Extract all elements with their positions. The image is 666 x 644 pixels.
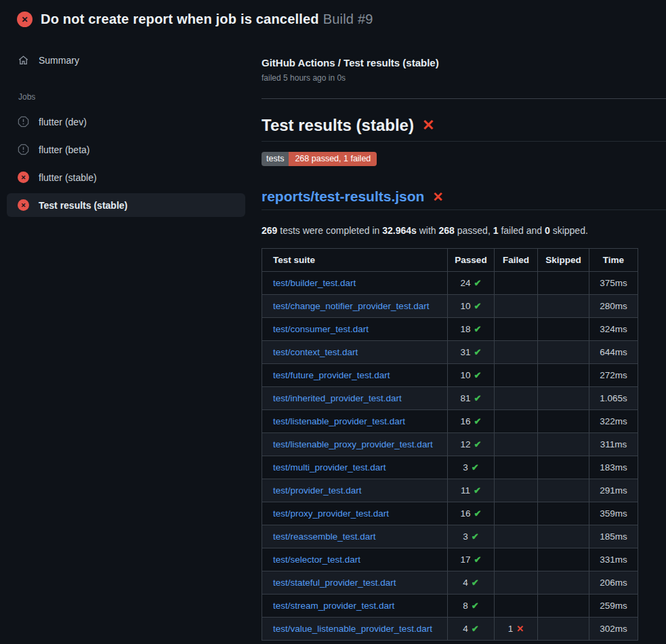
suite-link[interactable]: test/value_listenable_provider_test.dart xyxy=(273,624,432,634)
failed-cell xyxy=(495,456,538,479)
time-cell: 280ms xyxy=(589,295,638,318)
time-cell: 183ms xyxy=(589,456,638,479)
time-cell: 644ms xyxy=(589,341,638,364)
skipped-cell xyxy=(538,295,589,318)
table-row: test/listenable_proxy_provider_test.dart… xyxy=(262,433,638,456)
sidebar: Summary Jobs flutter (dev)flutter (beta)… xyxy=(0,37,262,221)
skipped-cell xyxy=(538,595,589,618)
failed-cell xyxy=(495,548,538,571)
skipped-cell xyxy=(538,364,589,387)
failed-cell xyxy=(495,387,538,410)
failed-cell xyxy=(495,525,538,548)
sidebar-item-summary[interactable]: Summary xyxy=(7,49,245,72)
check-title: GitHub Actions / Test results (stable) xyxy=(262,57,666,68)
page-title: Do not create report when job is cancell… xyxy=(41,12,373,27)
check-icon: ✔ xyxy=(474,278,482,288)
failed-cell xyxy=(495,410,538,433)
check-run-header: ✕ Do not create report when job is cance… xyxy=(0,0,666,37)
suite-link[interactable]: test/builder_test.dart xyxy=(273,278,356,288)
suite-link[interactable]: test/change_notifier_provider_test.dart xyxy=(273,301,429,311)
table-row: test/listenable_provider_test.dart16✔322… xyxy=(262,410,638,433)
neutral-status-icon xyxy=(18,144,29,155)
table-row: test/change_notifier_provider_test.dart1… xyxy=(262,295,638,318)
skipped-cell xyxy=(538,387,589,410)
suite-link[interactable]: test/inherited_provider_test.dart xyxy=(273,393,402,403)
report-title-link[interactable]: reports/test-results.json xyxy=(262,188,424,205)
time-cell: 206ms xyxy=(589,571,638,595)
check-icon: ✔ xyxy=(474,416,482,426)
failed-status-icon: ✕ xyxy=(18,172,29,183)
summary-segment: skipped. xyxy=(550,225,588,236)
failed-status-icon: ✕ xyxy=(17,12,33,27)
failed-cell xyxy=(495,571,538,595)
suite-link[interactable]: test/stateful_provider_test.dart xyxy=(273,578,396,588)
summary-segment: 269 xyxy=(262,225,277,236)
time-cell: 272ms xyxy=(589,364,638,387)
table-row: test/proxy_provider_test.dart16✔359ms xyxy=(262,502,638,525)
suite-link[interactable]: test/listenable_provider_test.dart xyxy=(273,416,405,426)
check-icon: ✔ xyxy=(474,485,481,496)
sidebar-item-label: flutter (beta) xyxy=(39,144,89,155)
skipped-cell xyxy=(538,548,589,571)
check-icon: ✔ xyxy=(472,578,479,588)
check-status-text: failed 5 hours ago in 0s xyxy=(262,73,666,83)
passed-cell: 4✔ xyxy=(448,618,495,641)
suite-link[interactable]: test/consumer_test.dart xyxy=(273,324,369,334)
skipped-cell xyxy=(538,618,589,641)
summary-segment: 0 xyxy=(545,225,550,236)
suite-link[interactable]: test/future_provider_test.dart xyxy=(273,370,390,380)
time-cell: 311ms xyxy=(589,433,638,456)
table-row: test/multi_provider_test.dart3✔183ms xyxy=(262,456,638,479)
summary-segment: failed and xyxy=(499,225,545,236)
check-icon: ✔ xyxy=(472,624,479,634)
time-cell: 291ms xyxy=(589,479,638,502)
passed-cell: 24✔ xyxy=(448,272,495,295)
column-header-passed: Passed xyxy=(448,249,495,272)
failed-cell xyxy=(495,595,538,618)
failed-cell xyxy=(495,479,538,502)
table-row: test/consumer_test.dart18✔324ms xyxy=(262,318,638,341)
suite-link[interactable]: test/provider_test.dart xyxy=(273,485,362,496)
passed-cell: 3✔ xyxy=(448,456,495,479)
suite-link[interactable]: test/reassemble_test.dart xyxy=(273,531,376,542)
check-content: GitHub Actions / Test results (stable) f… xyxy=(262,37,666,641)
sidebar-item-job[interactable]: flutter (beta) xyxy=(7,138,245,161)
suite-link[interactable]: test/listenable_proxy_provider_test.dart xyxy=(273,439,433,449)
summary-segment: tests were completed in xyxy=(277,225,382,236)
summary-segment: 32.964s xyxy=(382,225,417,236)
sidebar-item-job[interactable]: ✕flutter (stable) xyxy=(7,165,245,189)
table-row: test/value_listenable_provider_test.dart… xyxy=(262,618,638,641)
sidebar-item-job[interactable]: ✕Test results (stable) xyxy=(7,193,245,217)
suite-link[interactable]: test/multi_provider_test.dart xyxy=(273,462,386,472)
check-icon: ✔ xyxy=(474,324,482,334)
check-icon: ✔ xyxy=(474,393,482,403)
passed-cell: 3✔ xyxy=(448,525,495,548)
check-icon: ✔ xyxy=(474,439,482,449)
skipped-cell xyxy=(538,341,589,364)
skipped-cell xyxy=(538,571,589,595)
check-head: GitHub Actions / Test results (stable) f… xyxy=(262,57,666,99)
build-number: Build #9 xyxy=(323,12,373,26)
summary-segment: 268 xyxy=(439,225,455,236)
suite-link[interactable]: test/selector_test.dart xyxy=(273,555,360,565)
tests-badge: tests 268 passed, 1 failed xyxy=(262,152,377,166)
passed-cell: 8✔ xyxy=(448,595,495,618)
suite-link[interactable]: test/proxy_provider_test.dart xyxy=(273,508,389,519)
time-cell: 259ms xyxy=(589,595,638,618)
suite-link[interactable]: test/stream_provider_test.dart xyxy=(273,601,394,611)
badge-value: 268 passed, 1 failed xyxy=(289,152,377,166)
check-run-name: Do not create report when job is cancell… xyxy=(41,12,319,26)
suite-link[interactable]: test/context_test.dart xyxy=(273,347,358,357)
sidebar-item-label: Summary xyxy=(39,55,79,66)
sidebar-item-job[interactable]: flutter (dev) xyxy=(7,110,245,134)
check-icon: ✔ xyxy=(472,601,479,611)
failed-x-icon: ✕ xyxy=(432,189,443,205)
failed-cell xyxy=(495,433,538,456)
failed-cell xyxy=(495,272,538,295)
skipped-cell xyxy=(538,433,589,456)
sidebar-item-label: flutter (stable) xyxy=(39,172,97,183)
check-icon: ✔ xyxy=(474,508,482,519)
check-icon: ✔ xyxy=(474,301,482,311)
check-icon: ✔ xyxy=(474,555,482,565)
passed-cell: 10✔ xyxy=(448,364,495,387)
